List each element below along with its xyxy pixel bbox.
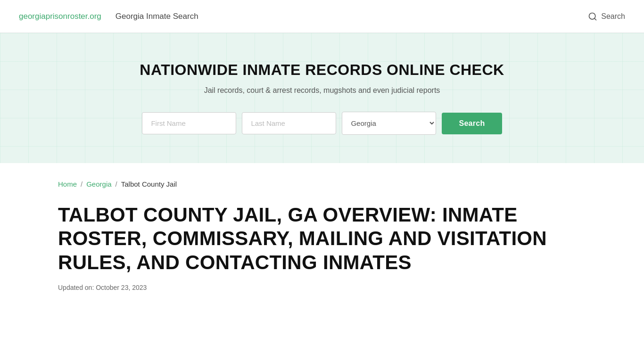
hero-banner: NATIONWIDE INMATE RECORDS ONLINE CHECK J… [0,33,644,163]
breadcrumb-home[interactable]: Home [58,180,77,188]
first-name-input[interactable] [142,112,236,134]
inmate-search-form: AlabamaAlaskaArizonaArkansasCaliforniaCo… [19,112,625,135]
header-search-label: Search [601,12,625,21]
search-button[interactable]: Search [442,113,502,134]
svg-line-1 [594,18,596,20]
state-select[interactable]: AlabamaAlaskaArizonaArkansasCaliforniaCo… [342,112,436,135]
last-name-input[interactable] [242,112,336,134]
breadcrumb-separator-1: / [81,180,83,188]
hero-title: NATIONWIDE INMATE RECORDS ONLINE CHECK [19,61,625,79]
breadcrumb-separator-2: / [116,180,117,188]
updated-date: Updated on: October 23, 2023 [58,284,586,291]
breadcrumb-state[interactable]: Georgia [86,180,111,188]
header-search-button[interactable]: Search [588,12,625,21]
site-logo[interactable]: georgiaprisonroster.org [19,12,101,21]
header-left: georgiaprisonroster.org Georgia Inmate S… [19,12,198,21]
page-title: TALBOT COUNTY JAIL, GA OVERVIEW: INMATE … [58,203,586,274]
site-header: georgiaprisonroster.org Georgia Inmate S… [0,0,644,33]
hero-subtitle: Jail records, court & arrest records, mu… [19,86,625,95]
breadcrumb-current: Talbot County Jail [121,180,177,188]
breadcrumb: Home / Georgia / Talbot County Jail [58,180,586,188]
main-content: Home / Georgia / Talbot County Jail TALB… [39,163,605,310]
header-nav-title: Georgia Inmate Search [116,12,198,21]
search-icon [588,12,597,21]
